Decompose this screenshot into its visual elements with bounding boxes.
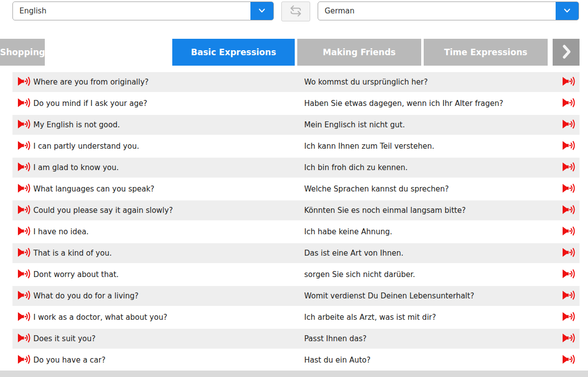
- play-target-audio-button[interactable]: [562, 329, 576, 349]
- tab-time-expressions[interactable]: Time Expressions: [424, 39, 548, 66]
- source-phrase: I am glad to know you.: [33, 158, 119, 178]
- speaker-icon: [17, 290, 31, 302]
- play-target-audio-button[interactable]: [562, 200, 576, 220]
- play-source-audio-button[interactable]: [17, 158, 31, 178]
- speaker-icon: [562, 247, 576, 259]
- source-phrase: That is a kind of you.: [33, 243, 112, 263]
- phrase-row: I am glad to know you. Ich bin froh dich…: [12, 158, 580, 178]
- target-phrase: Hast du ein Auto?: [304, 350, 370, 370]
- speaker-icon: [562, 204, 576, 216]
- target-phrase: Welche Sprachen kannst du sprechen?: [304, 179, 449, 199]
- play-target-audio-button[interactable]: [562, 286, 576, 306]
- play-source-audio-button[interactable]: [17, 243, 31, 263]
- phrase-row: Where are you from originally? Wo kommst…: [12, 72, 580, 92]
- play-source-audio-button[interactable]: [17, 72, 31, 92]
- target-phrase: Ich kann Ihnen zum Teil verstehen.: [304, 136, 434, 156]
- play-target-audio-button[interactable]: [562, 115, 576, 135]
- source-language-select[interactable]: English: [12, 1, 274, 20]
- source-phrase: Where are you from originally?: [33, 72, 149, 92]
- play-source-audio-button[interactable]: [17, 350, 31, 370]
- play-target-audio-button[interactable]: [562, 179, 576, 199]
- target-phrase: Ich arbeite als Arzt, was ist mit dir?: [304, 307, 436, 327]
- target-phrase: Passt Ihnen das?: [304, 329, 366, 349]
- target-phrase: Das ist eine Art von Ihnen.: [304, 243, 403, 263]
- play-source-audio-button[interactable]: [17, 136, 31, 156]
- play-target-audio-button[interactable]: [562, 243, 576, 263]
- play-target-audio-button[interactable]: [562, 265, 576, 284]
- speaker-icon: [17, 311, 31, 323]
- speaker-icon: [17, 183, 31, 195]
- play-target-audio-button[interactable]: [562, 222, 576, 242]
- play-target-audio-button[interactable]: [562, 307, 576, 327]
- chevron-right-icon: [559, 43, 574, 62]
- play-source-audio-button[interactable]: [17, 179, 31, 199]
- source-phrase: My English is not good.: [33, 115, 120, 135]
- speaker-icon: [17, 162, 31, 174]
- target-phrase: Haben Sie etwas dagegen, wenn ich Ihr Al…: [304, 94, 503, 113]
- source-phrase: Does it suit you?: [33, 329, 96, 349]
- tab-basic-expressions[interactable]: Basic Expressions: [172, 39, 295, 66]
- speaker-icon: [17, 97, 31, 109]
- speaker-icon: [17, 269, 31, 281]
- speaker-icon: [562, 290, 576, 302]
- speaker-icon: [17, 119, 31, 131]
- source-phrase: I can partly understand you.: [33, 136, 139, 156]
- source-phrase: I have no idea.: [33, 222, 89, 242]
- source-phrase: Do you mind if I ask your age?: [33, 94, 147, 113]
- play-source-audio-button[interactable]: [17, 329, 31, 349]
- speaker-icon: [562, 183, 576, 195]
- source-phrase: What languages can you speak?: [33, 179, 154, 199]
- swap-arrows-icon: [287, 4, 304, 19]
- play-target-audio-button[interactable]: [562, 158, 576, 178]
- play-source-audio-button[interactable]: [17, 94, 31, 113]
- play-target-audio-button[interactable]: [562, 136, 576, 156]
- phrase-row: Do you have a car? Hast du ein Auto?: [12, 350, 580, 370]
- source-phrase: Dont worry about that.: [33, 265, 118, 284]
- play-source-audio-button[interactable]: [17, 265, 31, 284]
- speaker-icon: [562, 119, 576, 131]
- phrase-row: What languages can you speak? Welche Spr…: [12, 179, 580, 199]
- phrase-row: I have no idea. Ich habe keine Ahnung.: [12, 222, 580, 242]
- speaker-icon: [562, 140, 576, 152]
- phrase-row: I work as a doctor, what about you? Ich …: [12, 307, 580, 327]
- play-source-audio-button[interactable]: [17, 200, 31, 220]
- target-phrase: Mein Englisch ist nicht gut.: [304, 115, 405, 135]
- speaker-icon: [17, 333, 31, 345]
- tab-making-friends[interactable]: Making Friends: [297, 39, 421, 66]
- tabs-next-button[interactable]: [553, 39, 580, 66]
- play-source-audio-button[interactable]: [17, 115, 31, 135]
- source-phrase: I work as a doctor, what about you?: [33, 307, 167, 327]
- target-language-dropdown-button[interactable]: [556, 2, 579, 20]
- play-source-audio-button[interactable]: [17, 307, 31, 327]
- speaker-icon: [562, 97, 576, 109]
- speaker-icon: [562, 226, 576, 238]
- category-tabbar: Basic ExpressionsMaking FriendsTime Expr…: [0, 39, 588, 66]
- speaker-icon: [17, 76, 31, 88]
- phrase-row: Does it suit you? Passt Ihnen das?: [12, 329, 580, 349]
- swap-languages-button[interactable]: [281, 1, 310, 21]
- play-target-audio-button[interactable]: [562, 350, 576, 370]
- speaker-icon: [562, 354, 576, 366]
- target-language-value: German: [318, 2, 556, 20]
- play-target-audio-button[interactable]: [562, 72, 576, 92]
- tab-shopping[interactable]: Shopping: [0, 39, 45, 66]
- chevron-down-icon: [561, 4, 573, 18]
- play-source-audio-button[interactable]: [17, 222, 31, 242]
- phrase-row: What do you do for a living? Womit verdi…: [12, 286, 580, 306]
- target-language-select[interactable]: German: [318, 1, 579, 20]
- source-language-dropdown-button[interactable]: [250, 2, 273, 20]
- target-phrase: Ich bin froh dich zu kennen.: [304, 158, 408, 178]
- phrase-list: Where are you from originally? Wo kommst…: [12, 72, 580, 372]
- chevron-down-icon: [256, 4, 268, 18]
- speaker-icon: [562, 311, 576, 323]
- target-phrase: Wo kommst du ursprünglich her?: [304, 72, 428, 92]
- phrase-row: I can partly understand you. Ich kann Ih…: [12, 136, 580, 156]
- play-target-audio-button[interactable]: [562, 94, 576, 113]
- phrase-row: Could you please say it again slowly? Kö…: [12, 200, 580, 220]
- play-source-audio-button[interactable]: [17, 286, 31, 306]
- speaker-icon: [17, 226, 31, 238]
- target-phrase: Ich habe keine Ahnung.: [304, 222, 392, 242]
- target-phrase: sorgen Sie sich nicht darüber.: [304, 265, 415, 284]
- source-phrase: What do you do for a living?: [33, 286, 138, 306]
- phrase-row: Dont worry about that. sorgen Sie sich n…: [12, 265, 580, 284]
